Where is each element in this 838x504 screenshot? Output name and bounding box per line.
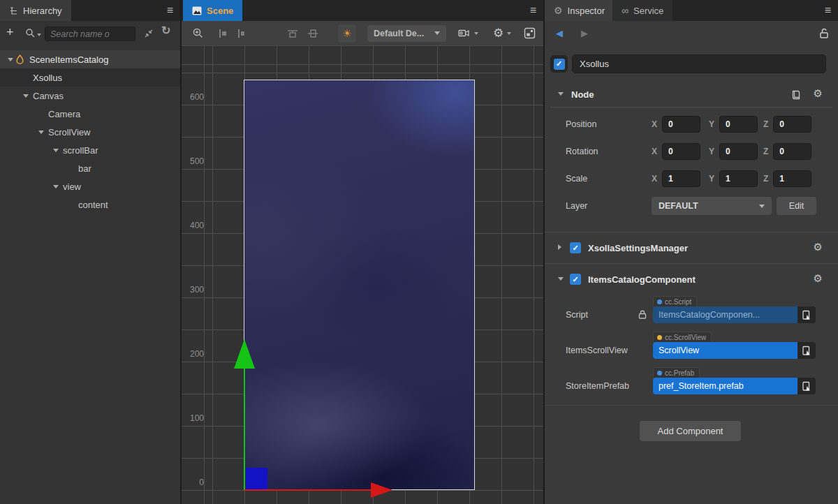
tree-item-view[interactable]: view [0,177,180,195]
component-title: XsollaSettingsManager [588,243,688,253]
create-node-icon[interactable]: + [6,25,14,40]
camera-caret-icon[interactable] [474,32,478,35]
collapse-arrow-icon[interactable] [558,277,564,281]
tab-inspector[interactable]: ⚙ Inspector [545,0,614,21]
layer-edit-button[interactable]: Edit [777,197,816,215]
node-gear-icon[interactable]: ⚙ [814,87,823,100]
scene-gear-icon[interactable]: ⚙ [493,26,503,40]
expand-arrow-icon[interactable] [8,58,13,61]
gizmo-y-axis[interactable] [244,369,245,490]
add-component-button[interactable]: Add Component [640,421,741,441]
device-dropdown[interactable]: Default De... [367,25,446,42]
tree-item-scrollview[interactable]: ScrollView [0,123,180,141]
distribute-top-icon[interactable] [286,28,299,39]
node-section-header[interactable]: Node ⚙ [545,84,838,105]
search-filter-caret-icon[interactable] [37,34,41,36]
refresh-icon[interactable]: ↻ [161,24,170,37]
zoom-icon[interactable] [192,27,204,39]
search-input[interactable] [45,27,135,41]
tree-item-sceneitemscatalog[interactable]: SceneItemsCatalog [0,50,180,68]
gizmo-x-axis[interactable] [244,489,372,491]
search-filter-icon[interactable] [25,28,36,38]
asset-picker-icon[interactable] [797,342,816,359]
tab-hierarchy[interactable]: Hierarchy [0,0,71,21]
type-tag: cc.Prefab [653,367,700,378]
store-item-prefab-field[interactable]: pref_StoreItem.prefab [653,378,816,394]
tree-item-content[interactable]: content [0,195,180,214]
book-icon[interactable] [791,89,802,101]
hierarchy-toolbar: + ↻ [0,21,180,46]
store-item-prefab-label: StoreItemPrefab [566,378,629,394]
tree-item-canvas[interactable]: Canvas [0,87,180,105]
expand-arrow-icon[interactable] [53,149,59,152]
component-enabled-checkbox[interactable]: ✓ [570,242,581,253]
node-name-field[interactable] [572,54,826,73]
divider [550,107,832,108]
position-label: Position [566,116,596,133]
tab-scene[interactable]: Scene [183,0,242,21]
align-center-icon[interactable] [235,28,247,39]
check-icon: ✓ [554,59,565,70]
unlock-icon[interactable] [818,27,830,39]
rotation-x-input[interactable] [662,143,700,160]
inspector-toolbar: ◀ ▶ [545,21,838,46]
nav-forward-icon[interactable]: ▶ [581,28,588,38]
asset-picker-icon[interactable] [797,306,816,323]
check-icon: ✓ [572,276,578,283]
scene-panel: Scene ≡ ☀ Default De... ⚙ [182,0,543,504]
divider [545,405,838,406]
scale-z-input[interactable] [773,170,811,187]
align-left-icon[interactable] [217,28,228,39]
tree-item-xsollus[interactable]: Xsollus [0,68,180,87]
rotation-y-input[interactable] [719,143,758,160]
expand-arrow-icon[interactable] [558,244,561,250]
scene-node-rect[interactable] [246,468,267,489]
gizmo-x-arrow-icon[interactable] [371,482,392,498]
component-gear-icon[interactable]: ⚙ [814,272,823,285]
scene-menu-icon[interactable]: ≡ [530,2,536,19]
nav-back-icon[interactable]: ◀ [556,28,563,38]
expand-arrow-icon[interactable] [23,94,29,98]
layout-icon[interactable] [524,27,536,39]
position-y-input[interactable] [719,116,758,133]
hierarchy-menu-icon[interactable]: ≡ [167,2,173,19]
tab-service[interactable]: ∞ Service [612,0,672,21]
collapse-all-icon[interactable] [143,28,154,39]
xsolla-settings-manager-header[interactable]: ✓ XsollaSettingsManager ⚙ [545,238,838,259]
inspector-tab-strip: ⚙ Inspector ∞ Service ≡ [545,0,838,21]
tree-item-label: Camera [48,109,80,119]
scale-x-input[interactable] [662,170,700,187]
layer-dropdown[interactable]: DEFAULT [652,197,772,215]
position-row: Position X Y Z [545,116,838,133]
rotation-z-input[interactable] [773,143,811,160]
gizmo-y-arrow-icon[interactable] [234,339,255,369]
type-tag: cc.ScrollView [653,332,712,343]
collapse-arrow-icon[interactable] [558,92,564,96]
scale-y-input[interactable] [719,170,758,187]
type-tag-label: cc.ScrollView [665,334,706,341]
expand-arrow-icon[interactable] [38,131,44,134]
type-tag: cc.Script [653,296,697,307]
position-z-input[interactable] [773,116,811,133]
gear-caret-icon[interactable] [507,32,511,35]
position-x-input[interactable] [662,116,700,133]
inspector-menu-icon[interactable]: ≡ [825,2,831,19]
expand-arrow-icon[interactable] [53,185,59,188]
camera-icon[interactable] [458,28,471,38]
lock-icon [638,309,647,320]
node-active-checkbox[interactable]: ✓ [550,55,568,73]
ruler-label: 100 [184,413,204,423]
tree-item-camera[interactable]: Camera [0,105,180,123]
asset-picker-icon[interactable] [797,378,816,394]
tree-item-bar[interactable]: bar [0,159,180,177]
tree-item-scrollbar[interactable]: scrollBar [0,141,180,159]
component-gear-icon[interactable]: ⚙ [814,241,823,253]
scene-viewport[interactable]: 600 500 400 300 200 100 0 [182,46,543,504]
component-enabled-checkbox[interactable]: ✓ [570,274,581,285]
distribute-middle-icon[interactable] [307,28,319,39]
scene-light-toggle[interactable]: ☀ [338,24,356,43]
canvas-design-preview[interactable] [244,80,475,490]
items-scrollview-field[interactable]: ScrollView [653,342,816,359]
divider [545,263,838,264]
items-catalog-component-header[interactable]: ✓ ItemsCatalogComponent ⚙ [545,269,838,290]
